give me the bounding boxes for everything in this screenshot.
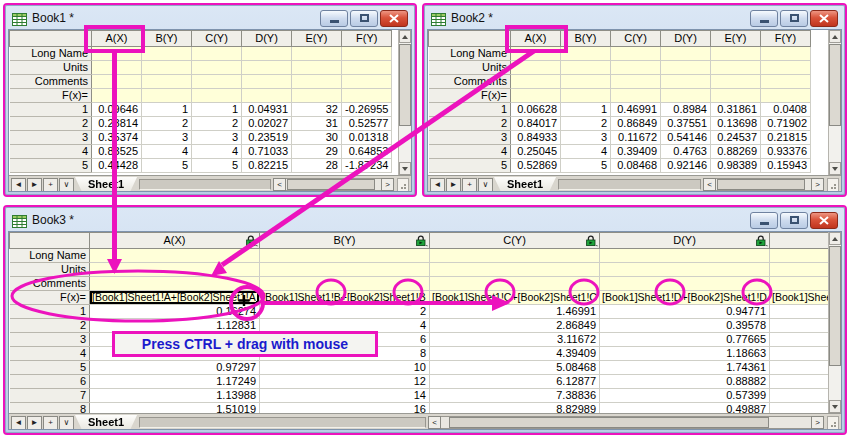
cell[interactable]: 0.52869 bbox=[511, 159, 561, 173]
cell[interactable]: 8 bbox=[260, 347, 430, 361]
cell[interactable]: 28 bbox=[292, 159, 342, 173]
horizontal-scrollbar[interactable]: < > bbox=[428, 416, 824, 430]
cell[interactable]: 1.20307 bbox=[90, 333, 260, 347]
minimize-button[interactable] bbox=[750, 212, 778, 229]
cell[interactable]: 3 bbox=[561, 131, 611, 145]
column-header[interactable]: B(Y) bbox=[260, 233, 430, 249]
sheet-tab[interactable]: Sheet1 bbox=[494, 177, 556, 192]
cell[interactable]: 0.06628 bbox=[511, 103, 561, 117]
fx-formula-cell[interactable]: [Book1]Sheet1!D+[Book2]Sheet1!D bbox=[600, 291, 770, 305]
resize-grip[interactable] bbox=[397, 178, 409, 192]
cell[interactable]: 0.44428 bbox=[92, 159, 142, 173]
lock-icon[interactable] bbox=[585, 235, 598, 247]
cell[interactable]: 0.64853 bbox=[342, 145, 392, 159]
cell[interactable]: 12 bbox=[260, 375, 430, 389]
scroll-thumb[interactable] bbox=[399, 44, 411, 126]
cell[interactable] bbox=[92, 61, 142, 75]
cell[interactable]: 1.17249 bbox=[90, 375, 260, 389]
close-button[interactable] bbox=[810, 212, 838, 229]
cell[interactable]: 0.71902 bbox=[761, 117, 811, 131]
cell[interactable] bbox=[90, 263, 260, 277]
cell[interactable] bbox=[192, 75, 242, 89]
row-number[interactable]: 2 bbox=[429, 117, 511, 131]
cell[interactable] bbox=[142, 89, 192, 103]
sheet-tab[interactable]: Sheet1 bbox=[75, 177, 137, 192]
cell[interactable]: 0.0408 bbox=[761, 103, 811, 117]
column-header[interactable]: E(Y) bbox=[292, 31, 342, 47]
cell[interactable]: 32 bbox=[292, 103, 342, 117]
cell[interactable]: 3 bbox=[142, 131, 192, 145]
cell[interactable]: 1.74361 bbox=[600, 361, 770, 375]
cell[interactable]: 0.98389 bbox=[711, 159, 761, 173]
cell[interactable] bbox=[242, 47, 292, 61]
tab-add-button[interactable]: + bbox=[462, 178, 477, 192]
cell[interactable]: 0.31861 bbox=[711, 103, 761, 117]
maximize-button[interactable] bbox=[780, 10, 808, 27]
cell[interactable]: 1.46991 bbox=[430, 305, 600, 319]
cell[interactable]: 0.4763 bbox=[661, 145, 711, 159]
row-label[interactable]: Long Name bbox=[10, 249, 90, 263]
tab-prev-button[interactable]: ◄ bbox=[430, 178, 445, 192]
cell[interactable] bbox=[142, 75, 192, 89]
column-header[interactable]: A(X) bbox=[511, 31, 561, 47]
cell[interactable]: 0.16274 bbox=[90, 305, 260, 319]
cell[interactable]: 16 bbox=[260, 403, 430, 414]
cell[interactable] bbox=[611, 61, 661, 75]
row-label[interactable]: Units bbox=[429, 61, 511, 75]
cell[interactable]: 2.86849 bbox=[430, 319, 600, 333]
fx-formula-cell[interactable]: [Book1]Sheet1!B+[Book2]Sheet1!B bbox=[260, 291, 430, 305]
cell[interactable] bbox=[430, 277, 600, 291]
scroll-down-icon[interactable] bbox=[829, 400, 841, 413]
cell[interactable] bbox=[661, 75, 711, 89]
row-number[interactable]: 2 bbox=[10, 319, 90, 333]
cell[interactable]: 0.71033 bbox=[242, 145, 292, 159]
cell[interactable]: 31 bbox=[292, 117, 342, 131]
cell[interactable]: 3 bbox=[192, 131, 242, 145]
cell[interactable] bbox=[192, 47, 242, 61]
cell[interactable] bbox=[661, 61, 711, 75]
cell[interactable]: 0.8984 bbox=[661, 103, 711, 117]
column-header[interactable]: F(Y) bbox=[342, 31, 392, 47]
maximize-button[interactable] bbox=[350, 10, 378, 27]
row-number[interactable]: 3 bbox=[10, 131, 92, 145]
cell[interactable] bbox=[611, 75, 661, 89]
cell[interactable]: 1 bbox=[142, 103, 192, 117]
cell[interactable]: 0.24537 bbox=[711, 131, 761, 145]
tab-list-button[interactable]: ∨ bbox=[59, 178, 74, 192]
sheet-tab[interactable]: Sheet1 bbox=[75, 415, 137, 430]
cell[interactable]: 0.86849 bbox=[611, 117, 661, 131]
cell[interactable]: 0.04931 bbox=[242, 103, 292, 117]
row-number[interactable]: 1 bbox=[429, 103, 511, 117]
cell[interactable]: 4.39409 bbox=[430, 347, 600, 361]
lock-icon[interactable] bbox=[755, 235, 768, 247]
row-number[interactable]: 5 bbox=[429, 159, 511, 173]
cell[interactable] bbox=[92, 47, 142, 61]
cell[interactable] bbox=[611, 47, 661, 61]
cell[interactable] bbox=[661, 47, 711, 61]
row-number[interactable]: 6 bbox=[10, 375, 90, 389]
row-number[interactable]: 2 bbox=[10, 117, 92, 131]
row-label[interactable]: Long Name bbox=[429, 47, 511, 61]
cell[interactable]: 0.54146 bbox=[661, 131, 711, 145]
row-number[interactable]: 1 bbox=[10, 305, 90, 319]
cell[interactable]: 1.18663 bbox=[600, 347, 770, 361]
book2-titlebar[interactable]: Book2 * bbox=[427, 5, 842, 29]
cell[interactable]: 1 bbox=[192, 103, 242, 117]
resize-grip[interactable] bbox=[827, 416, 839, 430]
horizontal-scrollbar[interactable]: < > bbox=[703, 178, 824, 192]
cell[interactable] bbox=[90, 277, 260, 291]
cell[interactable] bbox=[511, 61, 561, 75]
cell[interactable]: 0.94771 bbox=[600, 305, 770, 319]
scroll-up-icon[interactable] bbox=[829, 30, 841, 43]
vertical-scrollbar[interactable] bbox=[828, 232, 841, 413]
row-number[interactable]: 5 bbox=[10, 361, 90, 375]
cell[interactable] bbox=[511, 89, 561, 103]
row-number[interactable]: 1 bbox=[10, 103, 92, 117]
cell[interactable]: 0.88269 bbox=[711, 145, 761, 159]
cell[interactable] bbox=[761, 61, 811, 75]
row-label[interactable]: Units bbox=[10, 61, 92, 75]
cell[interactable] bbox=[292, 89, 342, 103]
cell[interactable]: 0.08468 bbox=[611, 159, 661, 173]
column-header[interactable]: D(Y) bbox=[242, 31, 292, 47]
corner-cell[interactable] bbox=[10, 233, 90, 249]
